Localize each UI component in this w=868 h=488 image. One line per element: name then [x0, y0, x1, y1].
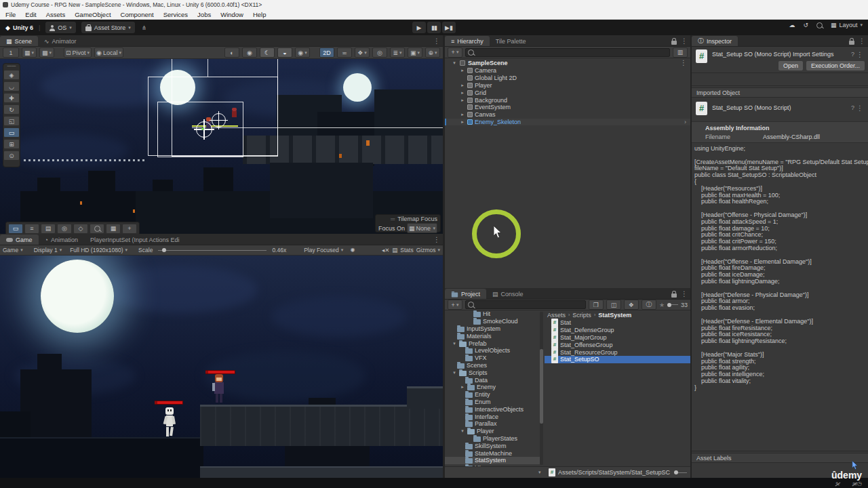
project-folder-row[interactable]: ▾Prefab — [445, 340, 540, 347]
transform-tool-icon[interactable]: ⊞ — [3, 139, 20, 149]
tree-collapse-arrow[interactable]: ▾ — [538, 470, 541, 475]
undo-history-icon[interactable]: ↺ — [803, 22, 808, 28]
move-tool-icon[interactable]: ✚ — [3, 93, 20, 103]
vsync-grid-icon[interactable]: ▤ — [392, 247, 397, 253]
scale-tool-icon[interactable]: ◱ — [3, 116, 20, 126]
help-icon[interactable]: ? — [851, 104, 854, 111]
hierarchy-item-selected[interactable]: ▸ Enemy_Skeleton › — [445, 119, 690, 126]
prefab-open-arrow[interactable]: › — [684, 119, 686, 125]
move-tool-gizmo[interactable] — [196, 121, 212, 138]
project-folder-row[interactable]: ▾Scripts — [445, 369, 540, 376]
object-menu-icon[interactable]: ⋮ — [856, 104, 863, 112]
resolution-dropdown[interactable]: Full HD (1920x1080)▾ — [70, 247, 127, 253]
lock-icon[interactable] — [849, 41, 854, 45]
menu-component[interactable]: Component — [121, 11, 154, 18]
breadcrumb-assets[interactable]: Assets — [547, 312, 566, 319]
pause-button[interactable]: ▮▮ — [427, 22, 441, 33]
header-menu-icon[interactable]: ⋮ — [856, 51, 863, 58]
game-panel-menu-icon[interactable]: ⋮ — [433, 236, 440, 243]
menu-assets[interactable]: Assets — [46, 11, 66, 18]
pivot-dropdown[interactable]: ⊡Pivot▾ — [64, 47, 92, 58]
layout-dropdown[interactable]: ▦ Layout▾ — [831, 22, 863, 28]
project-folder-row[interactable]: Data — [445, 376, 540, 384]
asset-store-dropdown[interactable]: Asset Store▾ — [81, 22, 135, 33]
project-folder-row[interactable]: StateMachine — [445, 449, 540, 457]
open-button[interactable]: Open — [778, 61, 803, 70]
project-add-button[interactable]: +▾ — [448, 300, 462, 310]
tab-game[interactable]: Game — [0, 235, 39, 245]
scrollbar-thumb[interactable] — [540, 349, 543, 424]
overlay-drag-handle[interactable]: ── — [7, 64, 16, 69]
hand-tool-icon[interactable]: ◡ — [3, 81, 20, 92]
hierarchy-item[interactable]: ▸Camera — [445, 67, 690, 75]
mode-2d-toggle[interactable]: 2D — [319, 47, 334, 58]
search-icon[interactable] — [816, 22, 823, 28]
layers-dropdown-icon[interactable]: ≣▾ — [390, 47, 405, 58]
tile-picker-icon[interactable] — [90, 224, 104, 234]
tab-inspector[interactable]: ⓘ Inspector — [692, 36, 738, 46]
project-folder-row[interactable]: InputSystem — [445, 325, 540, 333]
game-viewport[interactable] — [0, 256, 443, 478]
tab-hierarchy[interactable]: ≡ Hierarchy — [445, 36, 490, 46]
menu-gameobject[interactable]: GameObject — [75, 11, 111, 18]
game-view-dropdown[interactable]: Game▾ — [3, 247, 23, 253]
gizmos-dropdown-icon[interactable]: ⊕▾ — [425, 47, 440, 58]
hidden-packages-icon[interactable]: ◫ — [606, 300, 621, 310]
breadcrumb-statsystem[interactable]: StatSystem — [598, 312, 631, 319]
project-file-row-selected[interactable]: #Stat_SetupSO — [545, 356, 690, 363]
project-panel-menu-icon[interactable]: ⋮ — [681, 290, 688, 298]
view-tool-icon[interactable]: ◈ — [3, 70, 20, 80]
tab-animation[interactable]: ◔ Animation — [39, 235, 84, 245]
scene-picking-icon[interactable]: ▥ — [673, 47, 688, 58]
lock-icon[interactable] — [671, 293, 677, 298]
cloud-icon[interactable]: ☁ — [789, 22, 795, 28]
scale-slider[interactable] — [158, 250, 267, 251]
project-folder-row[interactable]: ▸Enemy — [445, 384, 540, 391]
tab-scene[interactable]: ▦ Scene — [0, 36, 38, 46]
project-tree-scrollbar[interactable] — [540, 312, 543, 465]
icon-size-slider[interactable] — [667, 304, 678, 305]
project-file-row[interactable]: #Stat_MajorGroup — [545, 334, 690, 342]
project-folder-row[interactable]: VFX — [445, 354, 540, 362]
scene-panel-menu-icon[interactable]: ⋮ — [433, 37, 440, 45]
step-button[interactable]: ▶▮ — [442, 22, 456, 33]
project-folder-row[interactable]: PlayerStates — [445, 435, 540, 443]
project-folder-row[interactable]: SmokeCloud — [445, 318, 540, 325]
grid-snap-dropdown[interactable]: ▦▾ — [22, 47, 37, 58]
mute-audio-icon[interactable]: ◂✕ — [382, 247, 389, 253]
project-folder-row-selected[interactable]: StatSystem — [445, 457, 540, 464]
project-folder-row[interactable]: InteractiveObjects — [445, 405, 540, 413]
project-folder-row[interactable]: Interface — [445, 413, 540, 420]
project-folder-row[interactable]: LevelObjects — [445, 347, 540, 354]
tab-project[interactable]: Project — [445, 289, 486, 299]
hierarchy-item[interactable]: ▸Player — [445, 82, 690, 89]
display-dropdown[interactable]: Display 1▾ — [34, 247, 62, 253]
scene-lighting-off-icon[interactable]: ⋍ — [337, 47, 352, 58]
collab-icon[interactable]: ⋔ — [142, 24, 147, 31]
tile-box-icon[interactable]: ▦ — [106, 224, 121, 234]
tile-erase-icon[interactable]: ◎ — [57, 224, 72, 234]
tab-tile-palette[interactable]: Tile Palette — [490, 36, 532, 46]
inspector-panel-menu-icon[interactable]: ⋮ — [859, 37, 865, 45]
project-file-row[interactable]: #Stat_OffenseGroup — [545, 341, 690, 348]
scene-visibility-icon[interactable]: ◎ — [372, 47, 387, 58]
effects-toggle-icon[interactable]: ☾ — [260, 47, 275, 58]
scene-viewport[interactable]: ── ◈ ◡ ✚ ↻ ◱ ▭ ⊞ ⊙ ▭ ≡ ▤ ◎ ◇ ▦ + ═ Tilem… — [0, 59, 443, 234]
execution-order-button[interactable]: Execution Order... — [806, 61, 865, 70]
project-folder-row[interactable]: SkillSystem — [445, 442, 540, 449]
menu-services[interactable]: Services — [163, 11, 188, 18]
menu-window[interactable]: Window — [220, 11, 243, 18]
status-zoom-slider[interactable] — [674, 472, 687, 473]
hierarchy-item[interactable]: EventSystem — [445, 104, 690, 111]
hierarchy-panel-menu-icon[interactable]: ⋮ — [681, 37, 688, 45]
handle-space-dropdown[interactable]: ◉Local▾ — [94, 47, 123, 58]
hierarchy-item[interactable]: Global Light 2D — [445, 75, 690, 82]
custom-tool-icon[interactable]: ⊙ — [3, 150, 20, 161]
focus-on-dropdown[interactable]: ▦None▾ — [407, 223, 437, 233]
project-folder-row[interactable]: Hit — [445, 310, 540, 318]
hierarchy-add-button[interactable]: +▾ — [448, 47, 462, 58]
project-file-row[interactable]: #Stat — [545, 319, 690, 327]
menu-file[interactable]: File — [5, 11, 16, 18]
search-by-type-icon[interactable]: ❖ — [624, 300, 639, 310]
tile-move-icon[interactable]: ≡ — [24, 224, 39, 234]
